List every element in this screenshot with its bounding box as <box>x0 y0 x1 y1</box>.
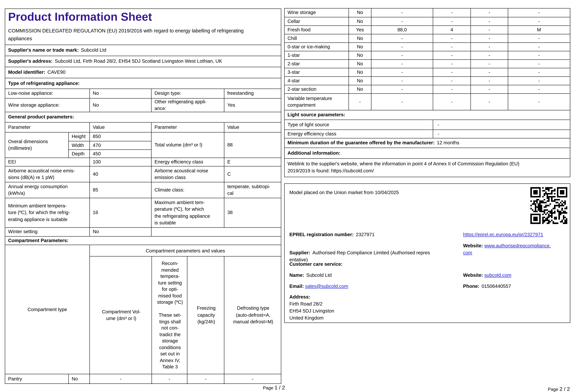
supplier-website-row: Website: www.authorisedrepcompliance. co… <box>463 242 568 256</box>
model-identifier-row: Model identifier:CAVE90 <box>5 67 281 78</box>
general-heading-row: General product parameters: <box>5 112 281 122</box>
noise-value: 40 <box>90 167 151 182</box>
additional-heading: Additional information: <box>285 148 570 158</box>
noise-row: Airborne acoustical noise emis- sions (d… <box>5 166 281 182</box>
phone-value: 01506440557 <box>481 283 511 289</box>
qr-code-icon <box>530 187 567 224</box>
height-row: Height 850 <box>68 132 151 141</box>
noise-label: Airborne acoustical noise emis- sions (d… <box>5 167 89 182</box>
guarantee-label: Minimum duration of the guarantee offere… <box>287 140 435 146</box>
param-header-1: Parameter <box>5 123 89 132</box>
volume-header: Compartment Vol- ume (dm³ or l) <box>90 256 151 374</box>
phone-label: Phone: <box>463 283 480 289</box>
eprel-row: EPREL registration number:2327971 <box>289 231 459 238</box>
type-heading: Type of refrigerating appliance: <box>5 78 281 89</box>
model-identifier-label: Model identifier: <box>8 69 45 76</box>
care-name-row: Name:Subcold Ltd <box>289 272 332 279</box>
name-label: Name: <box>289 272 304 278</box>
compartment-type: 0-star or ice-making <box>285 43 348 51</box>
eprel-link[interactable]: https://eprel.ec.europa.eu/qr/2327971 <box>463 232 543 237</box>
email-link[interactable]: sales@subcold.com <box>305 283 348 289</box>
supplier-name-value: Subcold Ltd <box>81 47 106 54</box>
value-header-1: Value <box>90 123 151 132</box>
low-noise-label: Low-noise appliance: <box>5 89 89 98</box>
energy-class-label: Energy efficiency class <box>151 158 224 166</box>
page-title: Product Information Sheet <box>8 10 152 24</box>
param-header-row: Parameter Value Parameter Value <box>5 122 281 132</box>
light-class-value: - <box>433 130 570 138</box>
guarantee-value: 12 months <box>437 140 459 146</box>
additional-heading-row: Additional information: <box>285 148 570 158</box>
compartment-row-4-star: 4-star No - - - - <box>285 76 570 85</box>
care-email-row: Email: sales@subcold.com <box>289 283 348 290</box>
type-heading-row: Type of refrigerating appliance: <box>5 78 281 89</box>
pantry-freezing: - <box>187 374 224 384</box>
compartment-type: Cellar <box>285 17 348 25</box>
page1-footer: Page 1 / 2 <box>5 385 285 391</box>
dimensions-subtable: Height 850 Width 470 Depth 450 <box>68 132 151 157</box>
compartment-type: Variable temperature compartment <box>285 94 348 110</box>
winter-setting-label: Winter setting <box>5 228 89 236</box>
annual-energy-value: 85 <box>90 182 151 198</box>
address-lines: Firth Road 28/2 EH54 5DJ Livingston Unit… <box>289 300 334 322</box>
compartment-row-cellar: Cellar No - - - - <box>285 17 570 25</box>
eei-label: EEI <box>5 158 89 166</box>
page2-footer: Page 2 / 2 <box>296 386 570 392</box>
compartment-heading-row: Compartment Parameters: <box>5 236 281 245</box>
compartment-row-3-star: 3-star No - - - - <box>285 68 570 76</box>
width-label: Width <box>68 141 90 149</box>
supplier-address-value: Subcold Ltd, Firth Road 28/2, EH54 5DJ S… <box>55 58 222 65</box>
winter-setting-value: No <box>90 228 151 236</box>
pantry-row: Pantry No - - - - <box>5 374 281 384</box>
compartment-row-fresh-food: Fresh food Yes 88,0 4 - M <box>285 25 570 34</box>
light-type-value: - <box>433 120 570 130</box>
dimensions-row: Overal dimensions (millimetre) Height 85… <box>5 132 281 157</box>
supplier-address-row: Supplier's address:Subcold Ltd, Firth Ro… <box>5 56 281 67</box>
winter-setting-empty <box>151 228 281 236</box>
address-label: Address: <box>289 294 310 300</box>
compartment-header: Compartment type Compartment parameters … <box>5 245 281 374</box>
depth-value: 450 <box>90 150 151 157</box>
winter-setting-row: Winter setting No <box>5 227 281 236</box>
depth-row: Depth 450 <box>68 149 151 157</box>
compartment-row-0-star: 0-star or ice-making No - - - - <box>285 42 570 51</box>
website-label: Website: <box>463 243 483 248</box>
supplier-address-label: Supplier's address: <box>8 58 52 65</box>
compartment-type: 1-star <box>285 51 348 59</box>
design-type-value: freestanding <box>224 89 281 98</box>
climate-class-value: temperate, subtropi- cal <box>224 182 281 198</box>
compartment-type: 3-star <box>285 68 348 76</box>
pantry-present: No <box>68 374 90 384</box>
compartment-row-variable-temp: Variable temperature compartment - - - -… <box>285 93 570 110</box>
page-1: Product Information Sheet COMMISSION DEL… <box>5 8 281 384</box>
name-value: Subcold Ltd <box>306 272 332 278</box>
other-appliance-label: Other refrigerating appli- ance: <box>151 98 224 112</box>
width-row: Width 470 <box>68 141 151 149</box>
page-2-table: Wine storage No - - - - Cellar No - - - … <box>284 8 570 177</box>
total-volume-value: 88 <box>224 132 281 157</box>
dimensions-label: Overal dimensions (millimetre) <box>5 132 68 157</box>
care-website-row: Website: subcold.com <box>463 272 511 279</box>
annual-energy-row: Annual energy consumption (kWh/a) 85 Cli… <box>5 182 281 198</box>
noise-class-value: C <box>224 167 281 182</box>
compartment-row-wine-storage: Wine storage No - - - - <box>285 8 570 17</box>
freezing-header: Freezing capacity (kg/24h) <box>187 256 224 374</box>
supplier-name-row: Supplier's name or trade mark:Subcold Lt… <box>5 45 281 56</box>
min-ambient-label: Minimum ambient tempera- ture (ºC), for … <box>5 198 89 227</box>
document-canvas: Product Information Sheet COMMISSION DEL… <box>0 0 571 392</box>
email-label: Email: <box>289 283 304 289</box>
defrost-header: Defrosting type (auto-defrost=A, manual … <box>224 256 281 374</box>
compartment-row-2-star: 2-star No - - - - <box>285 59 570 68</box>
model-identifier-value: CAVE90 <box>47 69 66 76</box>
compartment-type: 4-star <box>285 77 348 85</box>
regulation-subtitle: COMMISSION DELEGATED REGULATION (EU) 201… <box>8 27 244 42</box>
ambient-temp-row: Minimum ambient tempera- ture (ºC), for … <box>5 198 281 227</box>
light-type-row: Type of light source - <box>285 120 570 130</box>
temp-setting-header: Recom- mended tempera- ture setting for … <box>151 256 187 374</box>
light-class-label: Energy efficiency class <box>285 130 433 138</box>
care-website-link[interactable]: subcold.com <box>484 272 511 278</box>
min-ambient-value: 16 <box>90 198 151 227</box>
low-noise-value: No <box>90 89 151 98</box>
pantry-defrost: - <box>224 374 281 384</box>
eei-value: 100 <box>90 158 151 166</box>
